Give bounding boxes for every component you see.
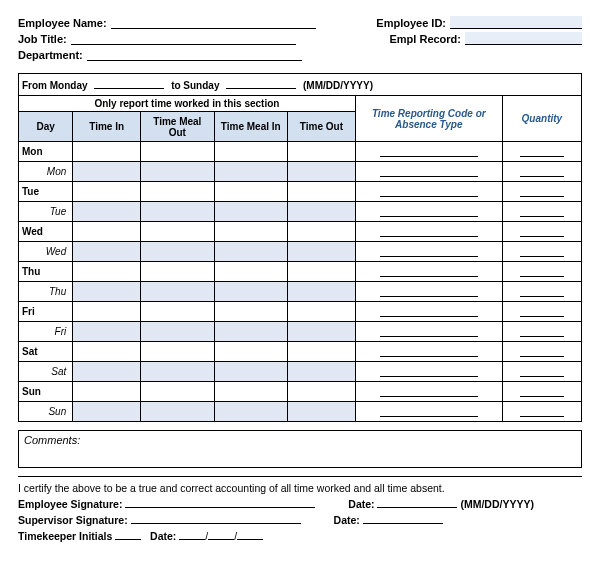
time-cell[interactable] xyxy=(288,142,356,162)
time-cell[interactable] xyxy=(73,242,141,262)
time-cell[interactable] xyxy=(141,302,214,322)
time-cell[interactable] xyxy=(214,202,287,222)
time-cell[interactable] xyxy=(214,342,287,362)
time-cell[interactable] xyxy=(73,182,141,202)
time-cell[interactable] xyxy=(214,322,287,342)
code-cell[interactable] xyxy=(355,222,502,242)
sup-date-input[interactable] xyxy=(363,513,443,524)
time-cell[interactable] xyxy=(214,382,287,402)
tk-date-mm[interactable] xyxy=(179,529,205,540)
time-cell[interactable] xyxy=(73,362,141,382)
time-cell[interactable] xyxy=(288,262,356,282)
qty-cell[interactable] xyxy=(502,242,581,262)
time-cell[interactable] xyxy=(214,142,287,162)
qty-cell[interactable] xyxy=(502,342,581,362)
time-cell[interactable] xyxy=(288,202,356,222)
time-cell[interactable] xyxy=(141,342,214,362)
time-cell[interactable] xyxy=(141,242,214,262)
time-cell[interactable] xyxy=(73,282,141,302)
tk-initials-input[interactable] xyxy=(115,529,141,540)
qty-cell[interactable] xyxy=(502,362,581,382)
time-cell[interactable] xyxy=(214,282,287,302)
code-cell[interactable] xyxy=(355,142,502,162)
time-cell[interactable] xyxy=(73,262,141,282)
time-cell[interactable] xyxy=(214,402,287,422)
time-cell[interactable] xyxy=(141,262,214,282)
code-cell[interactable] xyxy=(355,342,502,362)
qty-cell[interactable] xyxy=(502,402,581,422)
emp-date-input[interactable] xyxy=(377,497,457,508)
qty-cell[interactable] xyxy=(502,262,581,282)
time-cell[interactable] xyxy=(288,182,356,202)
employee-name-input[interactable] xyxy=(111,16,316,29)
time-cell[interactable] xyxy=(288,362,356,382)
code-cell[interactable] xyxy=(355,382,502,402)
time-cell[interactable] xyxy=(214,222,287,242)
tk-date-yy[interactable] xyxy=(237,529,263,540)
time-cell[interactable] xyxy=(214,162,287,182)
qty-cell[interactable] xyxy=(502,182,581,202)
time-cell[interactable] xyxy=(141,202,214,222)
code-cell[interactable] xyxy=(355,402,502,422)
employee-id-input[interactable] xyxy=(450,16,582,29)
code-cell[interactable] xyxy=(355,242,502,262)
empl-record-input[interactable] xyxy=(465,32,582,45)
code-cell[interactable] xyxy=(355,162,502,182)
time-cell[interactable] xyxy=(73,162,141,182)
qty-cell[interactable] xyxy=(502,142,581,162)
time-cell[interactable] xyxy=(288,302,356,322)
code-cell[interactable] xyxy=(355,322,502,342)
time-cell[interactable] xyxy=(73,142,141,162)
time-cell[interactable] xyxy=(214,242,287,262)
emp-sig-input[interactable] xyxy=(125,497,315,508)
time-cell[interactable] xyxy=(288,342,356,362)
time-cell[interactable] xyxy=(288,322,356,342)
qty-cell[interactable] xyxy=(502,382,581,402)
time-cell[interactable] xyxy=(141,362,214,382)
code-cell[interactable] xyxy=(355,202,502,222)
time-cell[interactable] xyxy=(73,222,141,242)
time-cell[interactable] xyxy=(288,282,356,302)
time-cell[interactable] xyxy=(288,242,356,262)
time-cell[interactable] xyxy=(73,302,141,322)
code-cell[interactable] xyxy=(355,262,502,282)
time-cell[interactable] xyxy=(141,402,214,422)
time-cell[interactable] xyxy=(141,282,214,302)
qty-cell[interactable] xyxy=(502,322,581,342)
time-cell[interactable] xyxy=(214,302,287,322)
time-cell[interactable] xyxy=(73,202,141,222)
qty-cell[interactable] xyxy=(502,302,581,322)
code-cell[interactable] xyxy=(355,302,502,322)
code-cell[interactable] xyxy=(355,282,502,302)
qty-cell[interactable] xyxy=(502,282,581,302)
time-cell[interactable] xyxy=(141,222,214,242)
job-title-input[interactable] xyxy=(71,32,296,45)
time-cell[interactable] xyxy=(73,322,141,342)
time-cell[interactable] xyxy=(288,162,356,182)
time-cell[interactable] xyxy=(141,182,214,202)
time-cell[interactable] xyxy=(73,402,141,422)
to-date-input[interactable] xyxy=(226,78,296,89)
sup-sig-input[interactable] xyxy=(131,513,301,524)
department-input[interactable] xyxy=(87,48,302,61)
time-cell[interactable] xyxy=(288,222,356,242)
time-cell[interactable] xyxy=(141,162,214,182)
qty-cell[interactable] xyxy=(502,222,581,242)
time-cell[interactable] xyxy=(288,382,356,402)
time-cell[interactable] xyxy=(288,402,356,422)
time-cell[interactable] xyxy=(141,382,214,402)
time-cell[interactable] xyxy=(73,342,141,362)
qty-cell[interactable] xyxy=(502,162,581,182)
code-cell[interactable] xyxy=(355,362,502,382)
comments-box[interactable]: Comments: xyxy=(18,430,582,468)
code-cell[interactable] xyxy=(355,182,502,202)
from-date-input[interactable] xyxy=(94,78,164,89)
time-cell[interactable] xyxy=(141,142,214,162)
time-cell[interactable] xyxy=(214,362,287,382)
time-cell[interactable] xyxy=(141,322,214,342)
qty-cell[interactable] xyxy=(502,202,581,222)
tk-date-dd[interactable] xyxy=(208,529,234,540)
time-cell[interactable] xyxy=(214,262,287,282)
time-cell[interactable] xyxy=(73,382,141,402)
time-cell[interactable] xyxy=(214,182,287,202)
